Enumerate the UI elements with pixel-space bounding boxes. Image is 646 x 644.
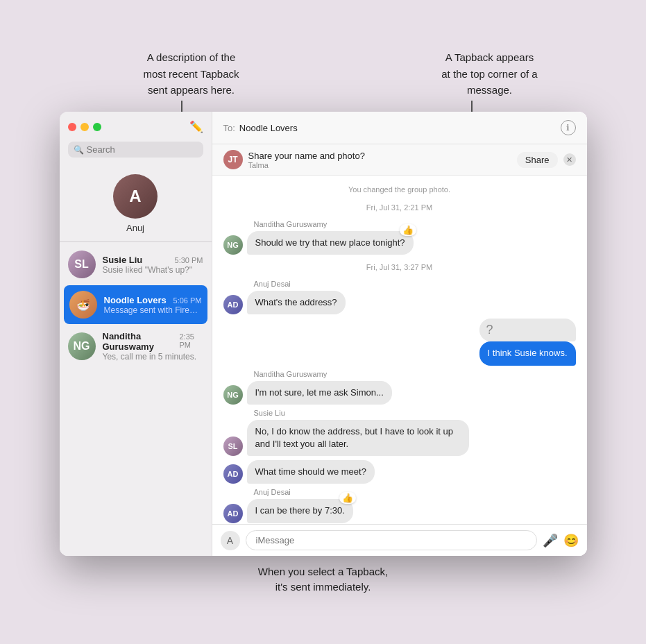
msg-row-outgoing-1: ? I think Susie knows.: [223, 319, 576, 365]
sidebar-divider: [60, 242, 212, 242]
msg-group-anuj-3: Anuj Desai AD I can be there by 7:30. 👍: [223, 488, 576, 523]
app-store-button[interactable]: A: [221, 531, 240, 550]
annotation-bottom: When you select a Tapback,it's sent imme…: [258, 564, 388, 595]
nanditha-msg-avatar: NG: [223, 235, 243, 255]
noodle-name: Noodle Lovers: [104, 295, 167, 305]
nanditha-time: 2:35 PM: [179, 332, 203, 349]
anuj-msg-avatar-1: AD: [223, 295, 243, 314]
anuj-avatar[interactable]: A: [113, 174, 158, 219]
anuj-name: Anuj: [126, 223, 144, 233]
sender-anuj-3: Anuj Desai: [254, 488, 576, 496]
annotation-right: A Tapback appearsat the top corner of am…: [414, 49, 566, 98]
bubble-outgoing-1: I think Susie knows.: [479, 341, 576, 365]
msg-group-nanditha-1: Nanditha Guruswamy NG Should we try that…: [223, 220, 576, 255]
titlebar: ✏️: [60, 112, 212, 137]
msg-row-nanditha-2: NG I'm not sure, let me ask Simon...: [223, 381, 576, 405]
emoji-icon: 😊: [563, 534, 579, 548]
share-avatar: JT: [223, 150, 243, 169]
audio-button[interactable]: 🎤: [543, 533, 558, 548]
chat-contact: Noodle Lovers: [239, 123, 298, 133]
bubble-anuj-1: What's the address?: [247, 291, 346, 314]
input-bar: A 🎤 😊: [212, 524, 587, 556]
noodle-header: Noodle Lovers 5:06 PM: [104, 295, 202, 305]
messages-area: You changed the group photo. Fri, Jul 31…: [212, 176, 587, 524]
system-message: You changed the group photo.: [223, 185, 576, 194]
sender-anuj-1: Anuj Desai: [254, 280, 576, 288]
conv-item-susie[interactable]: SL Susie Liu 5:30 PM Susie liked "What's…: [60, 245, 212, 284]
anuj-msg-avatar-3: AD: [223, 504, 243, 523]
nanditha-text: Nanditha Guruswamy 2:35 PM Yes, call me …: [103, 331, 203, 362]
chat-header: To: Noodle Lovers ℹ: [212, 112, 587, 144]
info-button[interactable]: ℹ: [561, 120, 576, 135]
conversation-list: SL Susie Liu 5:30 PM Susie liked "What's…: [60, 245, 212, 556]
compose-button[interactable]: ✏️: [189, 120, 203, 133]
susie-text: Susie Liu 5:30 PM Susie liked "What's up…: [103, 255, 203, 275]
annotation-left: A description of themost recent Tapbacks…: [101, 49, 282, 98]
msg-row-susie-1: SL No, I do know the address, but I have…: [223, 420, 576, 456]
bubble-anuj-2: What time should we meet?: [247, 460, 375, 484]
noodle-text: Noodle Lovers 5:06 PM Message sent with …: [104, 295, 202, 315]
traffic-lights: [68, 123, 101, 131]
anuj-msg-avatar-2: AD: [223, 464, 243, 484]
emoji-button[interactable]: 😊: [563, 533, 579, 548]
share-button[interactable]: Share: [517, 152, 558, 168]
msg-row-anuj-1: AD What's the address?: [223, 291, 576, 314]
minimize-button[interactable]: [80, 123, 89, 131]
msg-group-nanditha-2: Nanditha Guruswamy NG I'm not sure, let …: [223, 370, 576, 405]
share-close-button[interactable]: ✕: [563, 153, 576, 166]
bubble-anuj-3: I can be there by 7:30.: [247, 499, 353, 523]
conv-item-noodle[interactable]: 🍜 Noodle Lovers 5:06 PM Message sent wit…: [64, 285, 207, 324]
audio-icon: 🎤: [543, 534, 558, 548]
msg-row-anuj-3: AD I can be there by 7:30. 👍: [223, 499, 576, 523]
timestamp-1: Fri, Jul 31, 2:21 PM: [223, 203, 576, 212]
arrow-line-left: [181, 101, 182, 112]
tapback-question: ?: [479, 319, 576, 341]
susie-avatar: SL: [68, 251, 96, 278]
susie-msg-avatar-1: SL: [223, 437, 243, 456]
bubble-wrapper-nanditha-1: Should we try that new place tonight? 👍: [247, 231, 414, 255]
bubble-susie-1: No, I do know the address, but I have to…: [247, 420, 469, 456]
nanditha-preview: Yes, call me in 5 minutes.: [103, 352, 203, 362]
arrow-line-right: [471, 101, 473, 112]
nanditha-msg-avatar-2: NG: [223, 385, 243, 405]
close-button[interactable]: [68, 123, 76, 131]
anuj-avatar-section: A Anuj: [60, 163, 212, 239]
msg-group-susie-1: Susie Liu SL No, I do know the address, …: [223, 409, 576, 456]
maximize-button[interactable]: [93, 123, 101, 131]
noodle-avatar: 🍜: [69, 291, 97, 319]
tapback-nanditha-1: 👍: [400, 224, 416, 236]
share-banner: JT Share your name and photo? Talma Shar…: [212, 144, 587, 176]
message-input[interactable]: [246, 530, 537, 550]
search-icon: 🔍: [74, 145, 84, 155]
share-subtitle: Talma: [248, 161, 511, 169]
share-title: Share your name and photo?: [248, 151, 511, 161]
bubble-wrapper-anuj-3: I can be there by 7:30. 👍: [247, 499, 353, 523]
to-label: To:: [223, 123, 235, 133]
search-box[interactable]: 🔍: [68, 142, 203, 158]
msg-group-anuj-1: Anuj Desai AD What's the address?: [223, 280, 576, 314]
main-chat: To: Noodle Lovers ℹ JT Share your name a…: [212, 112, 587, 556]
noodle-time: 5:06 PM: [173, 296, 202, 305]
susie-name: Susie Liu: [103, 255, 143, 265]
bubble-nanditha-1: Should we try that new place tonight?: [247, 231, 414, 255]
sender-susie-1: Susie Liu: [254, 409, 576, 417]
noodle-preview: Message sent with Fireworks: [104, 305, 202, 315]
susie-time: 5:30 PM: [175, 256, 203, 264]
bubble-nanditha-2: I'm not sure, let me ask Simon...: [247, 381, 392, 405]
nanditha-header: Nanditha Guruswamy 2:35 PM: [103, 331, 203, 352]
search-input[interactable]: [87, 144, 198, 155]
conv-item-nanditha[interactable]: NG Nanditha Guruswamy 2:35 PM Yes, call …: [60, 325, 212, 367]
timestamp-2: Fri, Jul 31, 3:27 PM: [223, 263, 576, 271]
app-store-icon: A: [227, 535, 233, 546]
bubble-wrapper-outgoing-1: ? I think Susie knows.: [479, 319, 576, 365]
msg-row-nanditha-1: NG Should we try that new place tonight?…: [223, 231, 576, 255]
nanditha-name: Nanditha Guruswamy: [103, 331, 180, 352]
search-section: 🔍: [60, 137, 212, 163]
app-window: ✏️ 🔍 A Anuj SL Susie Liu 5:30 PM: [60, 112, 587, 556]
msg-row-anuj-2: AD What time should we meet?: [223, 460, 576, 484]
tapback-anuj-3: 👍: [339, 492, 356, 504]
susie-preview: Susie liked "What's up?": [103, 265, 203, 275]
sender-nanditha-2: Nanditha Guruswamy: [254, 370, 576, 378]
nanditha-avatar: NG: [68, 332, 96, 360]
susie-header: Susie Liu 5:30 PM: [103, 255, 203, 265]
